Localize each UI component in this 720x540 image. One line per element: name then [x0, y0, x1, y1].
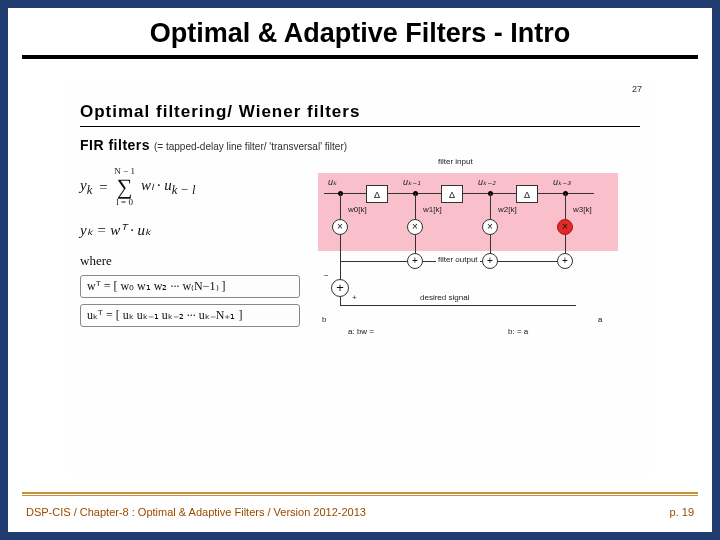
tapline-0: [340, 193, 341, 219]
tap-3-red: ×: [557, 219, 573, 235]
rel-a: a: bw =: [348, 327, 374, 336]
w1-label: w1[k]: [423, 205, 442, 214]
tap-0: ×: [332, 219, 348, 235]
plus-sign: +: [352, 293, 357, 302]
u0-label: uₖ: [328, 177, 337, 187]
subheading-strong: FIR filters: [80, 137, 150, 153]
where-label: where: [80, 253, 300, 269]
u-vector: uₖᵀ = [ uₖ uₖ₋₁ uₖ₋₂ ··· uₖ₋N₊₁ ]: [80, 304, 300, 327]
error-adder: +: [331, 279, 349, 297]
inner-rule: [80, 126, 640, 127]
sum-node-2: +: [482, 253, 498, 269]
desired-up: [340, 297, 341, 306]
formulas: yk = N − 1 ∑ l = 0 wₗ · uk − l yₖ = wᵀ ·…: [80, 159, 300, 333]
tap-2: ×: [482, 219, 498, 235]
u3-label: uₖ₋₃: [553, 177, 571, 187]
eq-vec: yₖ = wᵀ · uₖ: [80, 221, 151, 239]
inner-slide: 27 Optimal filtering/ Wiener filters FIR…: [70, 82, 650, 474]
sum-lower: l = 0: [116, 198, 133, 207]
footer: DSP-CIS / Chapter-8 : Optimal & Adaptive…: [26, 506, 694, 518]
inner-page-number: 27: [632, 84, 642, 94]
dn-0: [340, 235, 341, 261]
desired-line: [340, 305, 576, 306]
filter-output-label: filter output: [436, 255, 480, 264]
tapline-1: [415, 193, 416, 219]
slide: Optimal & Adaptive Filters - Intro 27 Op…: [8, 8, 712, 532]
sum-term: wₗ · u: [141, 177, 172, 193]
sum-term-sub: k − l: [172, 183, 196, 197]
desired-label: desired signal: [418, 293, 471, 302]
delay-1: Δ: [441, 185, 463, 203]
sigma-icon: N − 1 ∑ l = 0: [114, 167, 135, 207]
w2-label: w2[k]: [498, 205, 517, 214]
w0-label: w0[k]: [348, 205, 367, 214]
w3-label: w3[k]: [573, 205, 592, 214]
tap-1: ×: [407, 219, 423, 235]
inner-subheading: FIR filters (= tapped-delay line filter/…: [80, 137, 640, 153]
eq-lhs-sub: k: [87, 183, 93, 197]
sum-node-3: +: [557, 253, 573, 269]
rel-b: b: = a: [508, 327, 528, 336]
subheading-paren: (= tapped-delay line filter/ 'transversa…: [154, 141, 347, 152]
w-vector: wᵀ = [ w₀ w₁ w₂ ··· w₍N−1₎ ]: [80, 275, 300, 298]
footer-left: DSP-CIS / Chapter-8 : Optimal & Adaptive…: [26, 506, 366, 518]
u2-label: uₖ₋₂: [478, 177, 496, 187]
eq-eq: =: [98, 179, 108, 196]
equation-vector: yₖ = wᵀ · uₖ: [80, 221, 300, 239]
equation-sum: yk = N − 1 ∑ l = 0 wₗ · uk − l: [80, 167, 300, 207]
filter-diagram: filter input uₖ uₖ₋₁ uₖ₋₂ uₖ₋₃ Δ Δ Δ: [318, 159, 638, 329]
title-rule: [22, 55, 698, 59]
footer-page: p. 19: [670, 506, 694, 518]
delay-2: Δ: [516, 185, 538, 203]
corner-a: a: [598, 315, 602, 324]
footer-rule: [22, 492, 698, 494]
content-row: yk = N − 1 ∑ l = 0 wₗ · uk − l yₖ = wᵀ ·…: [80, 159, 640, 333]
slide-title: Optimal & Adaptive Filters - Intro: [8, 8, 712, 55]
minus-sign: −: [324, 271, 329, 280]
inner-heading: Optimal filtering/ Wiener filters: [80, 102, 640, 122]
corner-b: b: [322, 315, 326, 324]
delay-0: Δ: [366, 185, 388, 203]
footer-rule-2: [22, 495, 698, 496]
sum-node-1: +: [407, 253, 423, 269]
u1-label: uₖ₋₁: [403, 177, 421, 187]
tapline-3: [565, 193, 566, 219]
tapline-2: [490, 193, 491, 219]
filter-input-label: filter input: [438, 157, 473, 166]
eq-lhs: y: [80, 177, 87, 193]
